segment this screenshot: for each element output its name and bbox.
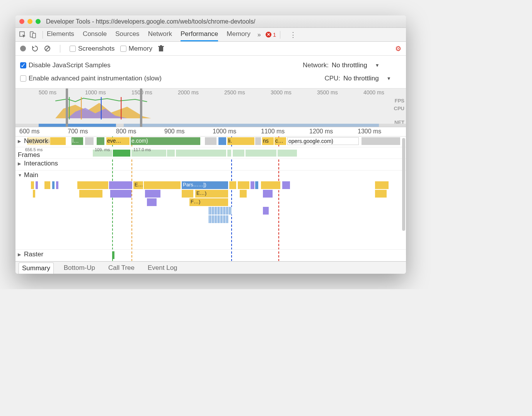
frames-track[interactable]: 656.5 ms Frames 109. ms 117.0 ms [15, 147, 406, 159]
disable-js-samples-toggle[interactable]: ✓Disable JavaScript Samples [20, 61, 111, 69]
checkbox-icon[interactable] [120, 46, 126, 52]
network-request[interactable]: eve… [106, 137, 130, 145]
tab-performance[interactable]: Performance [181, 28, 218, 41]
frame[interactable] [233, 150, 244, 157]
network-request[interactable] [361, 137, 400, 145]
gear-icon[interactable]: ⚙ [395, 44, 401, 53]
tab-sources[interactable]: Sources [115, 28, 139, 41]
frame[interactable] [113, 150, 130, 157]
tab-summary[interactable]: Summary [19, 263, 54, 274]
flame-event[interactable] [240, 190, 247, 198]
inspect-icon[interactable] [19, 31, 27, 39]
tab-elements[interactable]: Elements [47, 28, 74, 41]
flame-event[interactable] [255, 181, 258, 189]
flame-event[interactable] [52, 181, 55, 189]
device-icon[interactable] [29, 31, 37, 39]
flame-event[interactable] [145, 190, 160, 198]
flame-event[interactable] [33, 190, 35, 198]
network-request[interactable]: c… [275, 137, 286, 145]
flame-event[interactable] [263, 207, 269, 215]
flame-event[interactable]: Pars……]) [182, 181, 228, 189]
network-throttle-select[interactable]: No throttling▼ [332, 61, 401, 69]
advanced-paint-toggle[interactable]: Enable advanced paint instrumentation (s… [20, 75, 162, 82]
raster-track[interactable]: ▶Raster [15, 250, 406, 261]
tab-memory[interactable]: Memory [227, 28, 250, 41]
error-badge[interactable]: ✕1 [266, 31, 276, 38]
checkbox-icon[interactable] [70, 46, 76, 52]
expand-icon[interactable]: ▶ [18, 252, 22, 257]
flame-event[interactable] [209, 215, 228, 223]
checkbox-icon[interactable] [20, 75, 26, 82]
overview-timeline[interactable]: 500 ms 1000 ms 1500 ms 2000 ms 2500 ms 3… [15, 89, 406, 127]
flame-event[interactable] [112, 251, 114, 259]
screenshots-toggle[interactable]: Screenshots [70, 45, 115, 53]
network-request[interactable] [205, 137, 217, 145]
expand-icon[interactable]: ▶ [18, 161, 22, 166]
checkbox-icon[interactable]: ✓ [20, 62, 26, 68]
flame-event[interactable] [31, 181, 34, 189]
flame-event[interactable] [263, 190, 273, 198]
flame-event[interactable] [44, 181, 50, 189]
network-request[interactable] [97, 137, 104, 145]
interactions-track[interactable]: ▶Interactions [15, 159, 406, 170]
detail-ruler[interactable]: 600 ms 700 ms 800 ms 900 ms 1000 ms 1100… [15, 127, 406, 136]
viewport-handle-right[interactable] [140, 89, 142, 127]
network-request[interactable] [85, 137, 94, 145]
trash-icon[interactable] [158, 45, 165, 52]
tab-network[interactable]: Network [148, 28, 172, 41]
frame[interactable] [246, 150, 276, 157]
flame-event[interactable] [56, 181, 58, 189]
flame-event[interactable]: E…) [195, 190, 228, 198]
collapse-icon[interactable]: ▼ [18, 173, 22, 177]
more-tabs-icon[interactable]: » [257, 31, 261, 38]
frame[interactable] [167, 150, 175, 157]
flame-event[interactable] [209, 207, 232, 215]
flame-event[interactable]: F…) [189, 198, 228, 206]
tab-console[interactable]: Console [83, 28, 107, 41]
network-request[interactable]: ns [262, 137, 274, 145]
network-request[interactable]: e.com) [131, 137, 200, 145]
reload-icon[interactable] [31, 45, 38, 52]
flame-event[interactable] [144, 181, 181, 189]
clear-icon[interactable] [44, 45, 51, 52]
flame-event[interactable] [79, 190, 102, 198]
frame[interactable] [176, 150, 226, 157]
flame-event[interactable] [182, 190, 193, 198]
network-request[interactable]: l… [72, 137, 83, 145]
network-request[interactable]: li. [227, 137, 254, 145]
flame-event[interactable] [282, 181, 290, 189]
flame-event[interactable] [238, 181, 249, 189]
flame-event[interactable] [109, 181, 132, 189]
expand-icon[interactable]: ▶ [18, 139, 22, 144]
memory-toggle[interactable]: Memory [120, 45, 152, 53]
flame-event[interactable] [229, 181, 236, 189]
record-button[interactable] [20, 46, 26, 51]
network-request[interactable]: opers.google.com) [287, 137, 359, 145]
flame-event[interactable] [110, 190, 131, 198]
viewport-handle-left[interactable] [66, 89, 68, 127]
flame-event[interactable] [36, 181, 38, 189]
flame-event[interactable] [147, 198, 157, 206]
flame-event[interactable] [375, 190, 387, 198]
flame-event[interactable] [77, 181, 108, 189]
main-track[interactable]: ▼Main E… Pars……]) [15, 170, 406, 250]
frame[interactable] [278, 150, 297, 157]
tab-bottom-up[interactable]: Bottom-Up [61, 263, 98, 273]
flame-event[interactable] [375, 181, 389, 189]
zoom-icon[interactable] [36, 19, 41, 24]
flame-event[interactable] [261, 181, 280, 189]
minimize-icon[interactable] [27, 19, 32, 24]
network-request[interactable] [255, 137, 261, 145]
network-track[interactable]: ▶Network pt_foot.js l… eve… e.com) li. n… [15, 136, 406, 147]
cpu-throttle-select[interactable]: No throttling▼ [343, 75, 401, 82]
vertical-scrollbar[interactable] [402, 138, 405, 231]
flame-event[interactable]: E… [133, 181, 143, 189]
flame-chart-area[interactable]: ▶Network pt_foot.js l… eve… e.com) li. n… [15, 136, 406, 261]
close-icon[interactable] [19, 19, 24, 24]
network-request[interactable] [218, 137, 226, 145]
tab-event-log[interactable]: Event Log [145, 263, 181, 273]
flame-event[interactable] [251, 181, 254, 189]
menu-icon[interactable]: ⋮ [290, 31, 297, 39]
tab-call-tree[interactable]: Call Tree [105, 263, 138, 273]
frame[interactable] [227, 150, 231, 157]
